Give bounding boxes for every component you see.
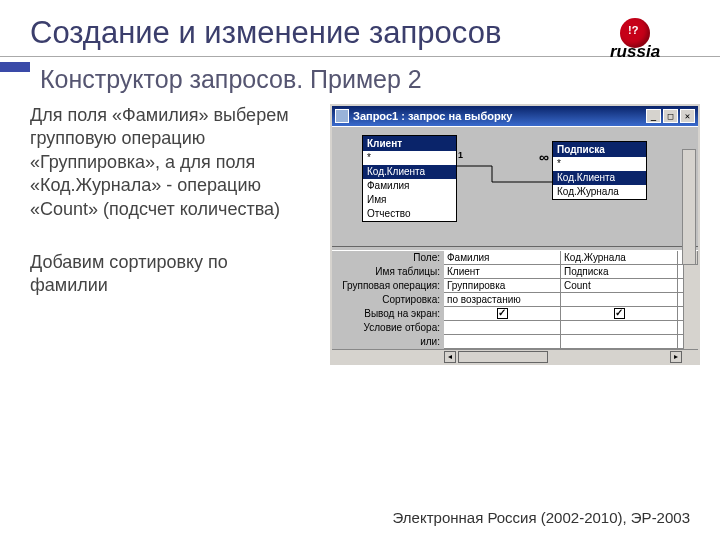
cell-sort-1[interactable]: по возрастанию: [444, 293, 561, 307]
slide-subtitle: Конструктор запросов. Пример 2: [40, 65, 690, 94]
scroll-right-icon[interactable]: ▸: [670, 351, 682, 363]
field-item[interactable]: *: [363, 151, 456, 165]
design-grid[interactable]: Поле: Фамилия Код.Журнала Имя таблицы: К…: [332, 251, 698, 363]
cell-table-1[interactable]: Клиент: [444, 265, 561, 279]
horizontal-scrollbar[interactable]: ◂ ▸: [332, 349, 698, 363]
checkbox-icon[interactable]: [497, 308, 508, 319]
cell-or-1[interactable]: [444, 335, 561, 349]
close-button[interactable]: ✕: [680, 109, 695, 123]
minimize-button[interactable]: _: [646, 109, 661, 123]
row-label-criteria: Условие отбора:: [332, 321, 444, 335]
field-item[interactable]: Код.Клиента: [553, 171, 646, 185]
row-label-group: Групповая операция:: [332, 279, 444, 293]
diagram-pane[interactable]: Клиент * Код.Клиента Фамилия Имя Отчеств…: [332, 126, 698, 246]
cell-show-2[interactable]: [561, 307, 678, 321]
window-icon: [335, 109, 349, 123]
table-client[interactable]: Клиент * Код.Клиента Фамилия Имя Отчеств…: [362, 135, 457, 222]
table-subscription[interactable]: Подписка * Код.Клиента Код.Журнала: [552, 141, 647, 200]
scroll-thumb[interactable]: [458, 351, 548, 363]
scroll-left-icon[interactable]: ◂: [444, 351, 456, 363]
slide-title: Создание и изменение запросов: [30, 15, 710, 51]
vertical-scrollbar[interactable]: [682, 149, 696, 265]
row-label-show: Вывод на экран:: [332, 307, 444, 321]
row-label-sort: Сортировка:: [332, 293, 444, 307]
cell-show-1[interactable]: [444, 307, 561, 321]
row-label-or: или:: [332, 335, 444, 349]
cell-or-2[interactable]: [561, 335, 678, 349]
accent-bar: [0, 62, 30, 72]
paragraph-1: Для поля «Фамилия» выберем групповую опе…: [30, 104, 310, 221]
join-cardinality-one: 1: [458, 150, 463, 160]
russia-logo: russia: [610, 18, 690, 63]
row-label-field: Поле:: [332, 251, 444, 265]
paragraph-2: Добавим сортировку по фамилии: [30, 251, 310, 298]
field-item[interactable]: Имя: [363, 193, 456, 207]
cell-field-2[interactable]: Код.Журнала: [561, 251, 678, 265]
slide-footer: Электронная Россия (2002-2010), ЭР-2003: [393, 509, 690, 526]
logo-text: russia: [610, 42, 660, 62]
field-item[interactable]: Код.Клиента: [363, 165, 456, 179]
cell-group-2[interactable]: Count: [561, 279, 678, 293]
field-item[interactable]: Фамилия: [363, 179, 456, 193]
cell-field-1[interactable]: Фамилия: [444, 251, 561, 265]
row-label-table: Имя таблицы:: [332, 265, 444, 279]
join-line[interactable]: [457, 162, 552, 187]
title-bar[interactable]: Запрос1 : запрос на выборку _ □ ✕: [332, 106, 698, 126]
cell-table-2[interactable]: Подписка: [561, 265, 678, 279]
checkbox-icon[interactable]: [614, 308, 625, 319]
table-subscription-header[interactable]: Подписка: [553, 142, 646, 157]
query-window: Запрос1 : запрос на выборку _ □ ✕ Клиент…: [330, 104, 700, 365]
cell-crit-2[interactable]: [561, 321, 678, 335]
join-cardinality-many: ∞: [539, 149, 549, 165]
field-item[interactable]: Отчество: [363, 207, 456, 221]
field-item[interactable]: Код.Журнала: [553, 185, 646, 199]
maximize-button[interactable]: □: [663, 109, 678, 123]
window-title: Запрос1 : запрос на выборку: [353, 110, 646, 122]
cell-sort-2[interactable]: [561, 293, 678, 307]
field-item[interactable]: *: [553, 157, 646, 171]
cell-group-1[interactable]: Группировка: [444, 279, 561, 293]
table-client-header[interactable]: Клиент: [363, 136, 456, 151]
cell-crit-1[interactable]: [444, 321, 561, 335]
